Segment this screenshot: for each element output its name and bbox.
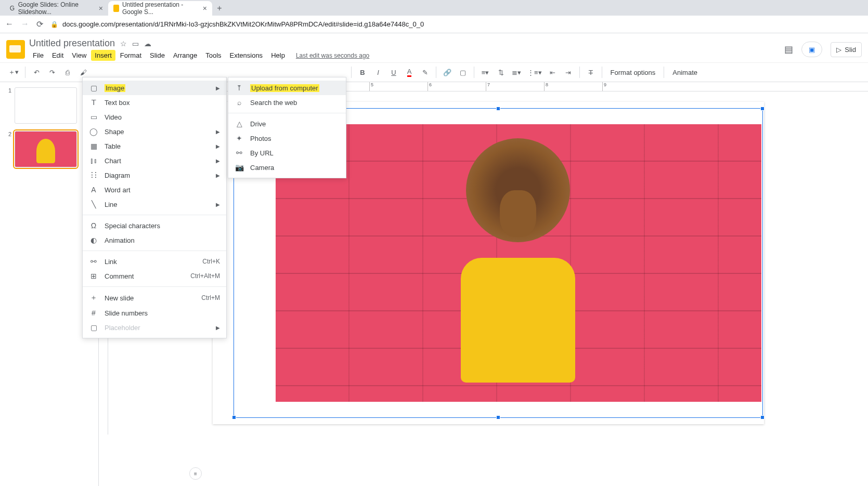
forward-icon[interactable]: → [21, 19, 29, 29]
insert-link-item[interactable]: ⚯ Link Ctrl+K [83, 254, 226, 269]
play-icon: ▷ [836, 46, 841, 54]
print-button[interactable]: ⎙ [61, 65, 74, 79]
last-edit-link[interactable]: Last edit was seconds ago [296, 52, 369, 59]
comment-icon: ⊞ [89, 272, 98, 280]
increase-indent-button[interactable]: ⇥ [562, 65, 575, 79]
new-tab-button[interactable]: + [212, 1, 227, 16]
chevron-right-icon: ▶ [216, 158, 220, 164]
insert-chart-item[interactable]: ⫿⫾ Chart ▶ [83, 153, 226, 168]
new-slide-button[interactable]: ＋▾ [6, 65, 21, 79]
insert-video-item[interactable]: ▭ Video [83, 110, 226, 124]
browser-tab-2[interactable]: Untitled presentation - Google S... × [108, 1, 212, 16]
slide-thumbnail-1[interactable] [15, 87, 77, 124]
insert-wordart-item[interactable]: A Word art [83, 182, 226, 197]
insert-comment-button[interactable]: ▢ [456, 65, 470, 79]
menu-slide[interactable]: Slide [146, 50, 169, 61]
slide-image[interactable] [276, 124, 761, 402]
reload-icon[interactable]: ⟳ [36, 19, 43, 29]
bold-button[interactable]: B [356, 65, 369, 79]
upload-from-computer-item[interactable]: ⤒ Upload from computer [228, 81, 346, 95]
drive-icon: △ [235, 120, 244, 128]
close-icon[interactable]: × [99, 4, 103, 12]
camera-icon: 📷 [235, 163, 244, 172]
document-title[interactable]: Untitled presentation [29, 38, 115, 49]
slideshow-label: Slid [845, 46, 856, 54]
chevron-right-icon: ▶ [216, 202, 220, 207]
insert-comment-item[interactable]: ⊞ Comment Ctrl+Alt+M [83, 269, 226, 283]
bulleted-list-button[interactable]: ⋮≡▾ [525, 65, 544, 79]
menu-file[interactable]: File [29, 50, 47, 61]
resize-handle-br[interactable] [760, 415, 765, 419]
menu-extensions[interactable]: Extensions [226, 50, 267, 61]
menu-edit[interactable]: Edit [48, 50, 67, 61]
search-the-web-item[interactable]: ⌕ Search the web [228, 95, 346, 110]
chevron-right-icon: ▶ [216, 143, 220, 149]
menu-insert[interactable]: Insert [91, 50, 115, 61]
drive-item[interactable]: △ Drive [228, 116, 346, 131]
insert-placeholder-item: ▢ Placeholder ▶ [83, 320, 226, 335]
menu-tools[interactable]: Tools [202, 50, 225, 61]
animation-icon: ◐ [89, 236, 98, 244]
insert-slide-numbers-item[interactable]: # Slide numbers [83, 306, 226, 320]
table-icon: ▦ [89, 142, 98, 150]
resize-handle-tr[interactable] [760, 107, 765, 111]
line-spacing-button[interactable]: ⇅ [494, 65, 508, 79]
comments-icon[interactable]: ▤ [784, 44, 793, 55]
tab-title: Google Slides: Online Slideshow... [18, 1, 92, 16]
insert-special-characters-item[interactable]: Ω Special characters [83, 218, 226, 233]
omega-icon: Ω [89, 221, 98, 230]
resize-handle-bc[interactable] [496, 415, 500, 419]
move-icon[interactable]: ▭ [132, 40, 139, 48]
video-icon: ▭ [89, 113, 98, 121]
close-icon[interactable]: × [203, 4, 207, 12]
by-url-item[interactable]: ⚯ By URL [228, 146, 346, 160]
meet-button[interactable]: ▣ [801, 42, 822, 57]
slides-favicon-icon [113, 5, 119, 12]
menu-arrange[interactable]: Arrange [170, 50, 201, 61]
insert-table-item[interactable]: ▦ Table ▶ [83, 139, 226, 153]
menu-view[interactable]: View [68, 50, 90, 61]
format-options-button[interactable]: Format options [606, 69, 660, 76]
insert-diagram-item[interactable]: ᎒᎒ Diagram ▶ [83, 168, 226, 182]
clear-formatting-button[interactable]: T̶ [584, 65, 598, 79]
cloud-icon[interactable]: ☁ [144, 40, 151, 48]
google-favicon-icon: G [9, 5, 15, 12]
resize-handle-bl[interactable] [232, 415, 236, 419]
undo-button[interactable]: ↶ [30, 65, 43, 79]
photos-item[interactable]: ✦ Photos [228, 131, 346, 146]
redo-button[interactable]: ↷ [45, 65, 59, 79]
url-field[interactable]: 🔒 docs.google.com/presentation/d/1RNrMki… [50, 20, 863, 28]
insert-new-slide-item[interactable]: ＋ New slide Ctrl+M [83, 290, 226, 306]
insert-animation-item[interactable]: ◐ Animation [83, 233, 226, 247]
underline-button[interactable]: U [387, 65, 400, 79]
diagram-icon: ᎒᎒ [89, 171, 98, 179]
image-submenu-dropdown: ⤒ Upload from computer ⌕ Search the web … [228, 77, 346, 178]
address-bar: ← → ⟳ 🔒 docs.google.com/presentation/d/1… [0, 16, 868, 33]
slideshow-button[interactable]: ▷ Slid [831, 42, 862, 57]
resize-handle-tc[interactable] [496, 107, 500, 111]
insert-link-button[interactable]: 🔗 [441, 65, 454, 79]
app-header: Untitled presentation ☆ ▭ ☁ File Edit Vi… [0, 33, 868, 62]
highlight-button[interactable]: ✎ [418, 65, 432, 79]
speaker-notes-toggle[interactable]: ≡ [189, 467, 202, 480]
back-icon[interactable]: ← [5, 19, 14, 29]
insert-textbox-item[interactable]: 𝖳 Text box [83, 95, 226, 110]
slide-thumbnail-2[interactable] [15, 131, 77, 167]
slides-logo-icon[interactable] [6, 40, 25, 59]
insert-shape-item[interactable]: ◯ Shape ▶ [83, 124, 226, 139]
star-icon[interactable]: ☆ [120, 40, 127, 48]
menu-format[interactable]: Format [116, 50, 145, 61]
animate-button[interactable]: Animate [668, 69, 702, 76]
insert-image-item[interactable]: ▢ Image ▶ [83, 81, 226, 95]
align-button[interactable]: ≡▾ [478, 65, 492, 79]
insert-line-item[interactable]: ╲ Line ▶ [83, 197, 226, 212]
text-color-button[interactable]: A [403, 65, 416, 79]
browser-tab-1[interactable]: G Google Slides: Online Slideshow... × [4, 1, 108, 16]
decrease-indent-button[interactable]: ⇤ [546, 65, 560, 79]
camera-item[interactable]: 📷 Camera [228, 160, 346, 175]
menu-help[interactable]: Help [267, 50, 289, 61]
numbered-list-button[interactable]: ≣▾ [510, 65, 523, 79]
photos-icon: ✦ [235, 134, 244, 142]
italic-button[interactable]: I [371, 65, 385, 79]
shape-icon: ◯ [89, 127, 98, 136]
